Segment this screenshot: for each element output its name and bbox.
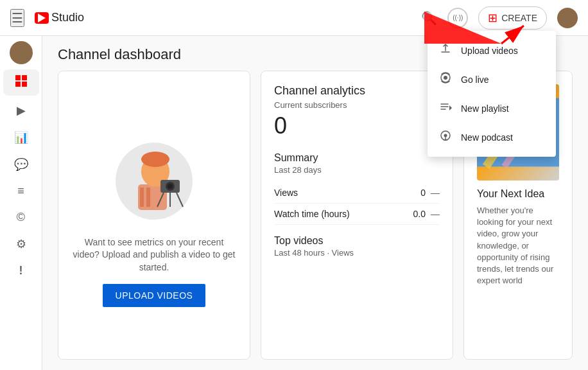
svg-rect-1 bbox=[22, 75, 27, 80]
watchtime-stat-row: Watch time (hours) 0.0 — bbox=[274, 204, 440, 225]
views-stat-row: Views 0 — bbox=[274, 182, 440, 204]
analytics-card: Channel analytics Current subscribers 0 … bbox=[261, 71, 453, 360]
subtitles-icon: ≡ bbox=[17, 184, 24, 198]
svg-rect-3 bbox=[22, 82, 27, 87]
content-icon: ▶ bbox=[17, 103, 26, 118]
dropdown-live[interactable]: Go live bbox=[428, 65, 556, 94]
dashboard-icon bbox=[15, 75, 28, 91]
broadcast-icon: ((·)) bbox=[447, 8, 468, 28]
play-triangle bbox=[38, 13, 46, 22]
trending-description: Whether you're looking for your next vid… bbox=[477, 205, 559, 286]
analytics-icon: 📊 bbox=[14, 130, 28, 145]
watchtime-dash: — bbox=[431, 209, 440, 219]
watchtime-value: 0.0 — bbox=[413, 209, 440, 219]
sidebar-item-copyright[interactable]: © bbox=[3, 206, 39, 229]
svg-point-12 bbox=[168, 184, 173, 189]
subscribers-count: 0 bbox=[274, 112, 440, 139]
svg-rect-6 bbox=[140, 188, 144, 207]
copyright-icon: © bbox=[17, 211, 25, 224]
create-button[interactable]: ⊞ CREATE bbox=[478, 6, 547, 30]
illustration bbox=[103, 123, 205, 226]
sidebar-item-content[interactable]: ▶ bbox=[3, 98, 39, 123]
create-label: CREATE bbox=[501, 13, 537, 23]
views-value: 0 — bbox=[420, 188, 440, 198]
search-button[interactable]: 🔍 bbox=[421, 10, 437, 26]
upload-icon bbox=[438, 42, 453, 58]
svg-rect-2 bbox=[15, 82, 21, 87]
sidebar-avatar[interactable] bbox=[10, 41, 33, 64]
watchtime-label: Watch time (hours) bbox=[274, 209, 350, 219]
playlist-icon bbox=[438, 100, 453, 116]
sidebar-item-settings[interactable]: ⚙ bbox=[3, 232, 39, 256]
podcast-label: New podcast bbox=[461, 132, 513, 143]
top-videos-title: Top videos bbox=[274, 235, 440, 247]
header-left: ☰ Studio bbox=[10, 9, 84, 27]
header-right: 🔍 ((·)) ⊞ CREATE bbox=[421, 6, 578, 30]
svg-point-9 bbox=[141, 152, 169, 167]
live-label: Go live bbox=[461, 75, 489, 85]
dropdown-upload[interactable]: Upload videos bbox=[428, 36, 556, 65]
avatar[interactable] bbox=[557, 8, 578, 28]
podcast-icon bbox=[438, 129, 453, 145]
sidebar-item-subtitles[interactable]: ≡ bbox=[3, 179, 39, 203]
top-videos-subtitle: Last 48 hours · Views bbox=[274, 248, 440, 258]
svg-rect-7 bbox=[146, 188, 150, 207]
dropdown-playlist[interactable]: New playlist bbox=[428, 94, 556, 123]
sidebar-item-analytics[interactable]: 📊 bbox=[3, 125, 39, 150]
subscribers-label: Current subscribers bbox=[274, 100, 440, 110]
feedback-icon: ! bbox=[19, 264, 23, 278]
upload-label: Upload videos bbox=[461, 46, 518, 56]
comments-icon: 💬 bbox=[14, 157, 28, 172]
sidebar-item-dashboard[interactable] bbox=[3, 69, 39, 96]
live-icon bbox=[438, 71, 453, 87]
watchtime-number: 0.0 bbox=[413, 209, 426, 219]
svg-point-26 bbox=[444, 134, 447, 137]
create-plus-icon: ⊞ bbox=[488, 11, 497, 25]
upload-videos-button[interactable]: UPLOAD VIDEOS bbox=[103, 284, 206, 307]
trending-card-title: Your Next Idea bbox=[477, 188, 559, 200]
upload-card: Want to see metrics on your recent video… bbox=[58, 71, 250, 360]
summary-title: Summary bbox=[274, 152, 440, 164]
sidebar: ▶ 📊 💬 ≡ © ⚙ ! bbox=[0, 36, 42, 370]
settings-icon: ⚙ bbox=[16, 237, 26, 251]
menu-button[interactable]: ☰ bbox=[10, 9, 24, 27]
dropdown-podcast[interactable]: New podcast bbox=[428, 123, 556, 152]
youtube-icon bbox=[35, 12, 49, 24]
logo-area: Studio bbox=[35, 11, 84, 24]
svg-point-21 bbox=[444, 76, 447, 80]
views-label: Views bbox=[274, 188, 298, 198]
playlist-label: New playlist bbox=[461, 103, 509, 114]
views-dash: — bbox=[431, 188, 440, 198]
create-dropdown: Upload videos Go live New playlist bbox=[428, 31, 556, 157]
analytics-title: Channel analytics bbox=[274, 84, 440, 98]
upload-description: Want to see metrics on your recent video… bbox=[71, 236, 237, 274]
sidebar-item-feedback[interactable]: ! bbox=[3, 259, 39, 283]
summary-period: Last 28 days bbox=[274, 165, 440, 175]
svg-rect-0 bbox=[15, 75, 21, 80]
sidebar-item-comments[interactable]: 💬 bbox=[3, 152, 39, 177]
views-number: 0 bbox=[420, 188, 426, 198]
studio-label: Studio bbox=[51, 11, 84, 24]
